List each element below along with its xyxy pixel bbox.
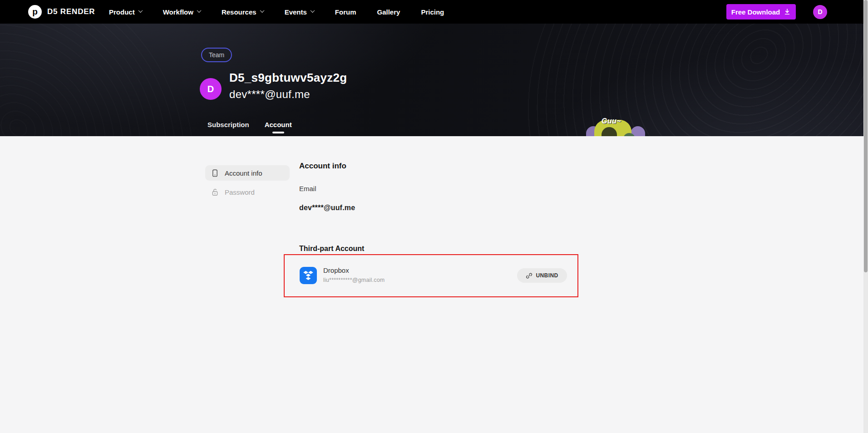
wave-pattern-decoration bbox=[0, 24, 219, 136]
unlock-icon bbox=[212, 188, 218, 196]
scrollbar-thumb[interactable] bbox=[864, 0, 868, 272]
dropbox-provider-row: Dropbox liu**********@gmail.com UNBIND bbox=[284, 254, 578, 297]
provider-account: liu**********@gmail.com bbox=[323, 277, 385, 283]
d5-logo-icon: p bbox=[28, 5, 42, 19]
account-info-heading: Account info bbox=[299, 162, 581, 171]
chevron-down-icon bbox=[138, 8, 143, 13]
menu-item-account-info[interactable]: Account info bbox=[205, 165, 290, 181]
nav-item-workflow[interactable]: Workflow bbox=[163, 8, 201, 16]
brand-name: D5 RENDER bbox=[47, 7, 95, 16]
account-card-icon bbox=[212, 169, 218, 177]
guu-label: Guu~ bbox=[602, 117, 621, 125]
nav-item-resources[interactable]: Resources bbox=[222, 8, 264, 16]
main-navigation: Product Workflow Resources Events Forum … bbox=[109, 0, 444, 24]
email-value: dev****@uuf.me bbox=[299, 204, 581, 212]
guu-mascot-illustration: Guu~ bbox=[583, 114, 651, 136]
active-tab-indicator bbox=[272, 132, 284, 133]
chevron-down-icon bbox=[310, 8, 315, 13]
link-icon bbox=[526, 272, 533, 279]
download-icon bbox=[784, 8, 791, 15]
unbind-button[interactable]: UNBIND bbox=[517, 268, 567, 283]
tab-subscription[interactable]: Subscription bbox=[207, 121, 249, 135]
d5-render-account-page: p D5 RENDER Product Workflow Resources E… bbox=[0, 0, 868, 433]
team-badge: Team bbox=[201, 48, 232, 62]
user-avatar[interactable]: D bbox=[813, 5, 827, 19]
tab-account[interactable]: Account bbox=[265, 121, 292, 135]
profile-username: D5_s9gbtuwv5ayz2g bbox=[229, 71, 347, 85]
chevron-down-icon bbox=[197, 8, 201, 13]
email-label: Email bbox=[299, 185, 581, 192]
chevron-down-icon bbox=[260, 8, 264, 13]
profile-tabs: Subscription Account bbox=[207, 121, 292, 135]
third-party-heading: Third-part Account bbox=[299, 245, 581, 253]
profile-avatar: D bbox=[200, 78, 222, 100]
profile-hero: Guu~ Team D D5_s9gbtuwv5ayz2g dev****@uu… bbox=[0, 24, 868, 136]
free-download-button[interactable]: Free Download bbox=[726, 4, 796, 20]
nav-item-product[interactable]: Product bbox=[109, 8, 142, 16]
menu-item-password[interactable]: Password bbox=[205, 184, 290, 200]
nav-item-forum[interactable]: Forum bbox=[335, 8, 356, 16]
scrollbar-track[interactable] bbox=[863, 0, 868, 433]
profile-email: dev****@uuf.me bbox=[229, 88, 347, 101]
account-side-menu: Account info Password bbox=[205, 165, 290, 203]
wave-pattern-decoration bbox=[456, 24, 868, 136]
brand-logo[interactable]: p D5 RENDER bbox=[28, 0, 95, 24]
dropbox-icon bbox=[300, 267, 317, 284]
provider-name: Dropbox bbox=[323, 266, 385, 274]
top-navbar: p D5 RENDER Product Workflow Resources E… bbox=[0, 0, 868, 24]
nav-item-gallery[interactable]: Gallery bbox=[377, 8, 400, 16]
nav-item-events[interactable]: Events bbox=[285, 8, 314, 16]
nav-item-pricing[interactable]: Pricing bbox=[421, 8, 444, 16]
